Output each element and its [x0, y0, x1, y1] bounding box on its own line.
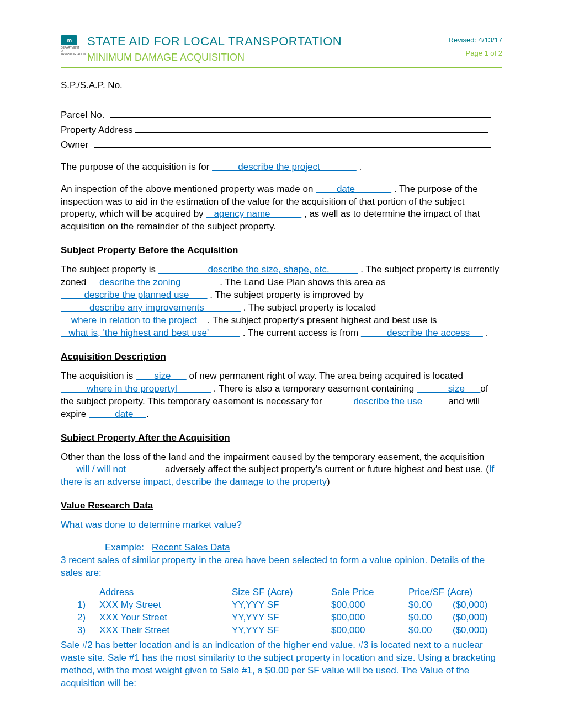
sales-analysis: Sale #2 has better location and is an in…: [61, 639, 502, 690]
b-f1: describe the size, shape, etc.: [158, 264, 358, 275]
acq-para: The acquisition is size of new permanent…: [61, 370, 502, 421]
row-psf: $0.00: [408, 599, 453, 612]
parcel-field: Parcel No.: [61, 108, 502, 122]
purpose-fill: describe the project: [212, 162, 357, 172]
b-t8: .: [483, 328, 488, 338]
document-page: m DEPARTMENT OF TRANSPORTATION STATE AID…: [0, 0, 563, 728]
header-left: m DEPARTMENT OF TRANSPORTATION STATE AID…: [61, 33, 342, 64]
b-t4: . The subject property is improved by: [208, 290, 364, 300]
sp-sap-field: S.P./S.A.P. No.: [61, 78, 502, 92]
row-price: $00,000: [331, 624, 408, 637]
row-size: YY,YYY SF: [232, 599, 331, 612]
sales-row: 1) XXX My Street YY,YYY SF $00,000 $0.00…: [77, 599, 502, 612]
logo-mark: m: [61, 35, 77, 45]
row-price: $00,000: [331, 599, 408, 612]
hdr-price: Sale Price: [331, 586, 408, 599]
a-t3: . There is also a temporary easement con…: [211, 383, 417, 394]
a-t6: .: [146, 409, 149, 419]
b-f7: describe the access: [361, 328, 483, 338]
inspection-para: An inspection of the above mentioned pro…: [61, 183, 502, 234]
header: m DEPARTMENT OF TRANSPORTATION STATE AID…: [61, 33, 502, 64]
owner-blank: [94, 138, 491, 148]
b-f2: describe the zoning: [89, 277, 217, 287]
row-addr: XXX Your Street: [99, 612, 232, 624]
owner-field: Owner: [61, 138, 502, 152]
b-t1: The subject property is: [61, 264, 158, 275]
hdr-size: Size SF (Acre): [232, 586, 331, 599]
sales-row: 3) XXX Their Street YY,YYY SF $00,000 $0…: [77, 624, 502, 637]
purpose-para: The purpose of the acquisition is for de…: [61, 161, 502, 174]
row-psf: $0.00: [408, 624, 453, 637]
sp-blank-cont: [61, 93, 99, 103]
b-f3: describe the planned use: [61, 290, 208, 300]
title-block: STATE AID FOR LOCAL TRANSPORTATION MINIM…: [87, 33, 342, 64]
row-addr: XXX My Street: [99, 599, 232, 612]
after-heading: Subject Property After the Acquisition: [61, 432, 502, 445]
address-blank: [135, 123, 488, 133]
row-size: YY,YYY SF: [232, 624, 331, 637]
row-price: $00,000: [331, 612, 408, 624]
b-t3: . The Land Use Plan shows this area as: [217, 277, 386, 287]
purpose-post: .: [357, 162, 362, 172]
page-title: STATE AID FOR LOCAL TRANSPORTATION: [87, 33, 342, 50]
b-f6: what is, 'the highest and best use': [61, 328, 240, 338]
hdr-address: Address: [99, 586, 232, 599]
value-intro: 3 recent sales of similar property in th…: [61, 554, 502, 580]
acq-heading: Acquisition Description: [61, 351, 502, 363]
value-heading: Value Research Data: [61, 500, 502, 512]
address-label: Property Address: [61, 125, 132, 135]
sales-table: Address Size SF (Acre) Sale Price Price/…: [77, 586, 502, 637]
header-divider: [61, 67, 502, 68]
insp-t1: An inspection of the above mentioned pro…: [61, 184, 316, 194]
row-num: 1): [77, 599, 99, 612]
owner-label: Owner: [61, 140, 88, 150]
parcel-label: Parcel No.: [61, 110, 104, 120]
example-line: Example: Recent Sales Data: [105, 542, 502, 554]
af-t1: Other than the loss of the land and the …: [61, 452, 484, 462]
sp-blank: [128, 78, 437, 88]
before-para: The subject property is describe the siz…: [61, 264, 502, 340]
after-para: Other than the loss of the land and the …: [61, 451, 502, 489]
af-f1: will / will not: [61, 464, 162, 474]
parcel-blank: [110, 108, 491, 118]
a-t1: The acquisition is: [61, 371, 136, 381]
row-acre: ($0,000): [453, 612, 502, 624]
b-f4: describe any improvements: [61, 302, 241, 313]
sales-header-row: Address Size SF (Acre) Sale Price Price/…: [77, 586, 502, 599]
address-field: Property Address: [61, 123, 502, 137]
page-number: Page 1 of 2: [448, 49, 502, 58]
b-t5: . The subject property is located: [241, 302, 376, 313]
row-num: 3): [77, 624, 99, 637]
example-label: Example:: [105, 542, 144, 553]
a-f3: size: [417, 383, 480, 394]
insp-agency-fill: agency name: [206, 208, 301, 219]
value-question: What was done to determine market value?: [61, 519, 502, 532]
row-acre: ($0,000): [453, 599, 502, 612]
insp-date-fill: date: [316, 184, 391, 194]
revised-date: Revised: 4/13/17: [448, 35, 502, 45]
logo-subtext: DEPARTMENT OF TRANSPORTATION: [61, 46, 81, 56]
af-t3: ): [327, 477, 330, 487]
sp-sap-cont: [61, 93, 502, 107]
a-f5: date: [89, 409, 146, 419]
example-title: Recent Sales Data: [152, 542, 230, 553]
purpose-pre: The purpose of the acquisition is for: [61, 162, 212, 172]
mn-logo: m DEPARTMENT OF TRANSPORTATION: [61, 35, 81, 56]
b-t7: . The current access is from: [240, 328, 361, 338]
a-f2: where in the propertyl: [61, 383, 211, 394]
row-addr: XXX Their Street: [99, 624, 232, 637]
row-num: 2): [77, 612, 99, 624]
sp-label: S.P./S.A.P. No.: [61, 80, 123, 90]
b-f5: where in relation to the project: [61, 315, 205, 325]
before-heading: Subject Property Before the Acquisition: [61, 244, 502, 257]
a-t2: of new permanent right of way. The area …: [187, 371, 463, 381]
row-acre: ($0,000): [453, 624, 502, 637]
af-t2: adversely affect the subject property's …: [162, 464, 489, 474]
header-right: Revised: 4/13/17 Page 1 of 2: [448, 33, 502, 58]
row-psf: $0.00: [408, 612, 453, 624]
sales-row: 2) XXX Your Street YY,YYY SF $00,000 $0.…: [77, 612, 502, 624]
hdr-psf: Price/SF (Acre): [408, 586, 497, 599]
b-t6: . The subject property's present highest…: [205, 315, 437, 325]
a-f1: size: [136, 371, 187, 381]
page-subtitle: MINIMUM DAMAGE ACQUISITION: [87, 51, 342, 64]
